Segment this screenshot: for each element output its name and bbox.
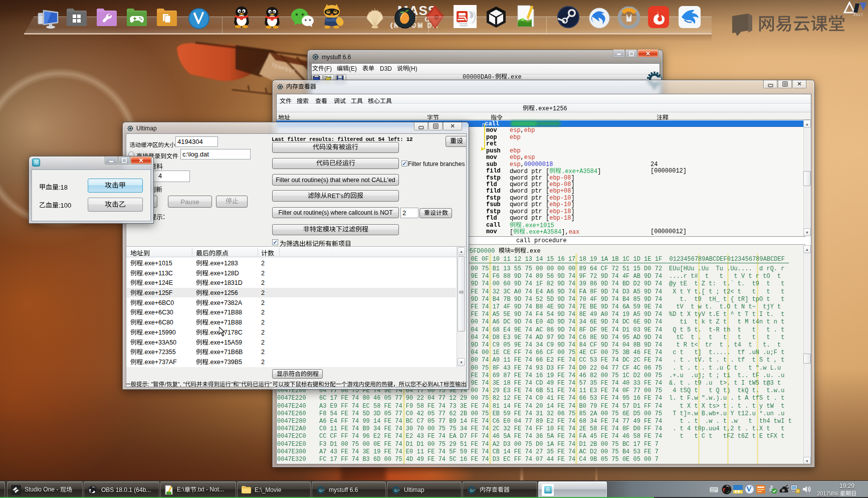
svg-text:2017: 2017 (853, 13, 863, 17)
